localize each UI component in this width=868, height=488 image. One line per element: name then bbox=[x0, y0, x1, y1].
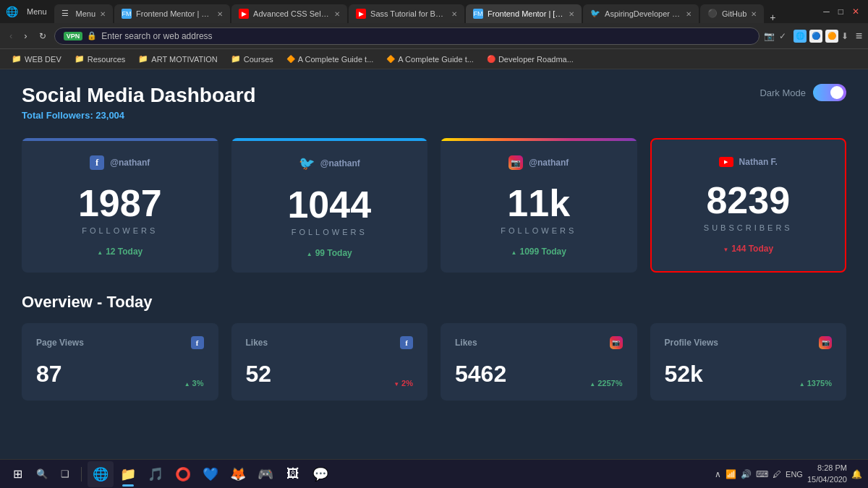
tab-label-fb: Frontend Mentor | Base... bbox=[136, 9, 213, 18]
minimize-button[interactable]: ─ bbox=[820, 7, 833, 17]
start-button[interactable]: ⊞ bbox=[6, 464, 29, 484]
overview-change-value-profile: 1375% bbox=[807, 379, 832, 388]
tab-aspiring[interactable]: 🐦 AspiringDeveloper on T... ✕ bbox=[583, 4, 699, 23]
card-instagram[interactable]: 📷 @nathanf 11k FOLLOWERS 1099 Today bbox=[441, 138, 637, 273]
facebook-change-value: 12 Today bbox=[106, 247, 142, 257]
tab-favicon-css: ▶ bbox=[239, 9, 249, 19]
tab-label-github: GitHub bbox=[722, 9, 746, 18]
overview-card-top-2: Likes f bbox=[246, 336, 414, 349]
overview-change-value-pageviews: 3% bbox=[192, 379, 204, 388]
tab-menu[interactable]: ☰ Menu ✕ bbox=[54, 4, 114, 23]
bookmark-complete-guide-2[interactable]: 🔶 A Complete Guide t... bbox=[380, 53, 480, 65]
taskbar-app-firefox[interactable]: 🦊 bbox=[225, 461, 251, 487]
dark-mode-toggle[interactable]: Dark Mode bbox=[760, 84, 846, 101]
overview-card-profile-instagram[interactable]: Profile Views 📷 52k 1375% bbox=[650, 323, 847, 401]
overview-card-bottom-3: 5462 2257% bbox=[455, 361, 623, 388]
tab-sass[interactable]: ▶ Sass Tutorial for Beginr... ✕ bbox=[349, 4, 464, 23]
bookmark-art-motivation[interactable]: 📁 ART MOTIVATION bbox=[132, 53, 223, 65]
bookmark-webdev[interactable]: 📁 WEB DEV bbox=[6, 53, 67, 65]
close-button[interactable]: ✕ bbox=[849, 7, 862, 17]
tab-favicon-menu: ☰ bbox=[61, 9, 72, 19]
card-youtube[interactable]: Nathan F. 8239 SUBSCRIBERS 144 Today bbox=[650, 138, 847, 273]
top-cards-grid: f @nathanf 1987 FOLLOWERS 12 Today 🐦 @na… bbox=[22, 138, 846, 273]
ext-icon-2[interactable]: 🔵 bbox=[809, 30, 822, 43]
site-icon-guide2: 🔶 bbox=[386, 55, 395, 63]
tab-close-aspiring[interactable]: ✕ bbox=[686, 10, 692, 18]
tab-close-fb[interactable]: ✕ bbox=[217, 10, 223, 18]
screenshot-icon[interactable]: 📷 bbox=[764, 31, 775, 41]
overview-instagram-icon-2: 📷 bbox=[819, 336, 832, 349]
volume-icon[interactable]: 🔊 bbox=[741, 469, 752, 479]
tab-frontend-ch[interactable]: FM Frontend Mentor | [Cha... ✕ bbox=[466, 4, 582, 23]
taskbar-app-vscode[interactable]: 💙 bbox=[197, 461, 224, 487]
taskbar-app-opera[interactable]: ⭕ bbox=[170, 461, 196, 487]
taskbar-clock: 8:28 PM 15/04/2020 bbox=[807, 463, 847, 485]
new-tab-button[interactable]: + bbox=[765, 12, 780, 23]
taskbar-divider-1 bbox=[81, 467, 82, 481]
taskbar-app-spotify[interactable]: 🎵 bbox=[142, 461, 169, 487]
tab-frontend-base[interactable]: FM Frontend Mentor | Base... ✕ bbox=[114, 4, 230, 23]
browser-logo: 🌐 bbox=[6, 6, 18, 17]
keyboard-icon[interactable]: ⌨ bbox=[756, 469, 768, 479]
site-icon-roadmap: 🔴 bbox=[487, 55, 495, 63]
tab-close-sass[interactable]: ✕ bbox=[451, 10, 457, 18]
system-tray-icon-1[interactable]: ∧ bbox=[715, 469, 721, 479]
taskbar-search-button[interactable]: 🔍 bbox=[32, 464, 52, 484]
overview-card-pageviews-facebook[interactable]: Page Views f 87 3% bbox=[22, 323, 218, 401]
tab-github[interactable]: ⚫ GitHub ✕ bbox=[700, 4, 764, 23]
bookmark-complete-guide-1[interactable]: 🔶 A Complete Guide t... bbox=[281, 53, 380, 65]
shield-icon[interactable]: ✓ bbox=[779, 31, 786, 41]
taskbar-app-files[interactable]: 📁 bbox=[115, 461, 141, 487]
overview-change-likes-ig: 2257% bbox=[590, 379, 622, 388]
taskbar-app-gamepad[interactable]: 🎮 bbox=[252, 461, 278, 487]
facebook-icon: f bbox=[90, 155, 104, 170]
twitter-label: FOLLOWERS bbox=[246, 228, 414, 236]
network-icon[interactable]: 📶 bbox=[726, 469, 736, 479]
pen-icon[interactable]: 🖊 bbox=[773, 469, 781, 479]
overview-card-likes-facebook[interactable]: Likes f 52 2% bbox=[231, 323, 428, 401]
taskbar-app-photos[interactable]: 🖼 bbox=[280, 461, 306, 487]
maximize-button[interactable]: □ bbox=[835, 7, 846, 17]
browser-menu-button[interactable]: ≡ bbox=[856, 30, 862, 43]
ext-icon-3[interactable]: 🟠 bbox=[825, 30, 838, 43]
refresh-button[interactable]: ↻ bbox=[35, 30, 50, 43]
toggle-switch[interactable] bbox=[813, 84, 846, 101]
tab-close-menu[interactable]: ✕ bbox=[100, 10, 106, 18]
taskbar-app-discord[interactable]: 💬 bbox=[307, 461, 333, 487]
overview-card-top-3: Likes 📷 bbox=[455, 336, 623, 349]
back-button[interactable]: ‹ bbox=[6, 29, 16, 43]
menu-button[interactable]: Menu bbox=[22, 6, 51, 17]
bookmark-label-resources: Resources bbox=[88, 55, 126, 64]
twitter-handle: @nathanf bbox=[320, 158, 360, 168]
tab-favicon-github: ⚫ bbox=[707, 9, 718, 19]
bookmark-courses[interactable]: 📁 Courses bbox=[225, 53, 279, 65]
overview-count-profile: 52k bbox=[665, 361, 703, 388]
ext-icon-1[interactable]: 🌐 bbox=[793, 30, 807, 43]
overview-card-likes-instagram[interactable]: Likes 📷 5462 2257% bbox=[441, 323, 637, 401]
tab-bar: ☰ Menu ✕ FM Frontend Mentor | Base... ✕ … bbox=[54, 0, 812, 23]
notification-button[interactable]: 🔔 bbox=[851, 469, 862, 479]
address-input[interactable]: VPN 🔒 Enter search or web address bbox=[54, 27, 760, 45]
extensions-area: 🌐 🔵 🟠 ⬇ bbox=[793, 30, 848, 43]
taskbar-app-edge[interactable]: 🌐 bbox=[88, 461, 114, 487]
download-icon[interactable]: ⬇ bbox=[841, 31, 848, 41]
task-view-button[interactable]: ❑ bbox=[55, 464, 75, 484]
forward-button[interactable]: › bbox=[20, 29, 30, 43]
overview-arrow-up-likes-ig bbox=[590, 379, 595, 388]
instagram-icon: 📷 bbox=[509, 155, 523, 170]
dashboard-subtitle: Total Followers: 23,004 bbox=[22, 110, 256, 121]
tab-advanced-css[interactable]: ▶ Advanced CSS Selecto... ✕ bbox=[231, 4, 347, 23]
folder-icon-resources: 📁 bbox=[75, 54, 85, 64]
bookmark-dev-roadmap[interactable]: 🔴 Developer Roadma... bbox=[481, 53, 579, 65]
folder-icon-courses: 📁 bbox=[231, 54, 241, 64]
card-twitter[interactable]: 🐦 @nathanf 1044 FOLLOWERS 99 Today bbox=[231, 138, 428, 273]
tab-favicon-ch: FM bbox=[473, 9, 483, 19]
twitter-count: 1044 bbox=[246, 186, 414, 223]
card-facebook[interactable]: f @nathanf 1987 FOLLOWERS 12 Today bbox=[22, 138, 218, 273]
tab-close-ch[interactable]: ✕ bbox=[569, 10, 574, 18]
youtube-count: 8239 bbox=[666, 181, 831, 219]
tab-close-css[interactable]: ✕ bbox=[334, 10, 340, 18]
tab-close-github[interactable]: ✕ bbox=[751, 10, 757, 18]
bookmark-resources[interactable]: 📁 Resources bbox=[69, 53, 132, 65]
overview-label-profile: Profile Views bbox=[665, 338, 718, 348]
